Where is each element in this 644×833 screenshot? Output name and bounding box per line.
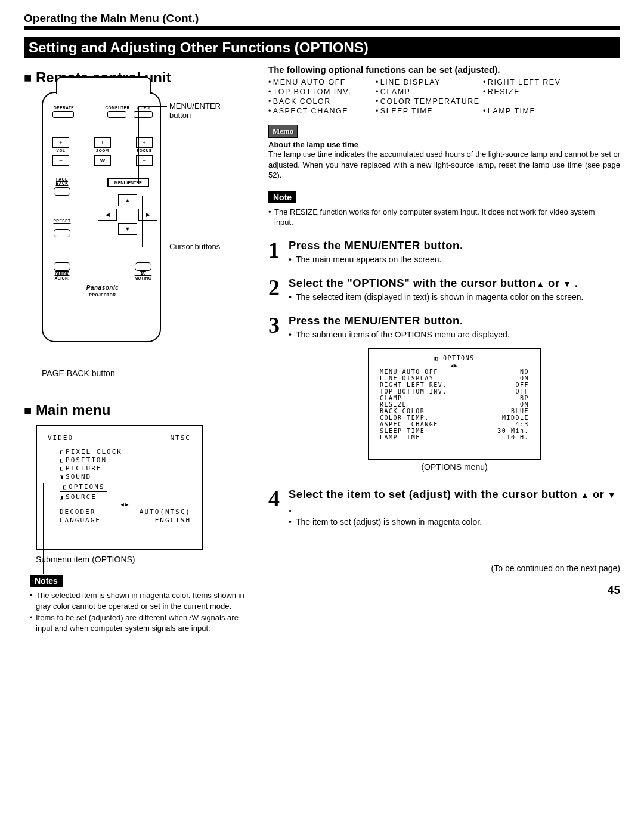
cursor-callout: Cursor buttons bbox=[169, 242, 220, 251]
step-3: 3 Press the MENU/ENTER button. The subme… bbox=[268, 314, 620, 476]
main-menu-box: VIDEO NTSC ◧PIXEL CLOCK ◧POSITION ◧PICTU… bbox=[36, 425, 203, 550]
note-list: The RESIZE function works for only compu… bbox=[268, 207, 602, 228]
page-back-callout: PAGE BACK button bbox=[42, 368, 250, 378]
functions-intro: The following optional functions can be … bbox=[268, 64, 620, 75]
vol-minus: – bbox=[52, 155, 69, 166]
options-menu-box: ◧ OPTIONS ◀▶ MENU AUTO OFFNO LINE DISPLA… bbox=[368, 348, 541, 460]
page-header: Operating the Main Menu (Cont.) bbox=[24, 12, 620, 30]
section-band: Setting and Adjusting Other Functions (O… bbox=[24, 37, 620, 58]
main-menu-heading: ■ Main menu bbox=[24, 402, 250, 419]
step-2: 2 Select the "OPTIONS" with the cursor b… bbox=[268, 276, 620, 303]
continued-note: (To be continued on the next page) bbox=[268, 563, 620, 573]
remote-diagram: OPERATE COMPUTER VIDEO + VOL – T ZOOM W … bbox=[24, 92, 227, 366]
right-column: The following optional functions can be … bbox=[268, 64, 620, 634]
memo-badge: Memo bbox=[268, 125, 298, 138]
notes-badge: Notes bbox=[30, 575, 63, 587]
step-1: 1 Press the MENU/ENTER button. The main … bbox=[268, 239, 620, 265]
vol-plus: + bbox=[52, 137, 69, 148]
triangle-up-icon bbox=[536, 277, 544, 289]
functions-grid: MENU AUTO OFFLINE DISPLAYRIGHT LEFT REV … bbox=[268, 78, 620, 115]
square-bullet-icon: ■ bbox=[24, 403, 32, 418]
triangle-down-icon bbox=[563, 277, 571, 289]
memo-title: About the lamp use time bbox=[268, 140, 620, 149]
computer-label: COMPUTER bbox=[103, 106, 132, 110]
square-bullet-icon: ■ bbox=[24, 70, 32, 85]
notes-list: The selected item is shown in magenta co… bbox=[30, 590, 250, 633]
operate-label: OPERATE bbox=[49, 106, 79, 110]
triangle-down-icon bbox=[608, 488, 616, 500]
triangle-up-icon bbox=[581, 488, 589, 500]
submenu-caption: Submenu item (OPTIONS) bbox=[36, 555, 250, 564]
step-4: 4 Select the item to set (adjust) with t… bbox=[268, 487, 620, 528]
menu-enter-callout: MENU/ENTER button bbox=[169, 101, 227, 120]
note-badge: Note bbox=[268, 191, 296, 203]
memo-body: The lamp use time indicates the accumula… bbox=[268, 149, 620, 181]
left-column: ■ Remote control unit OPERATE COMPUTER V… bbox=[24, 64, 250, 634]
page-number: 45 bbox=[268, 584, 620, 597]
options-caption: (OPTIONS menu) bbox=[289, 462, 620, 472]
menu-enter-button: MENU/ENTER bbox=[107, 178, 149, 187]
